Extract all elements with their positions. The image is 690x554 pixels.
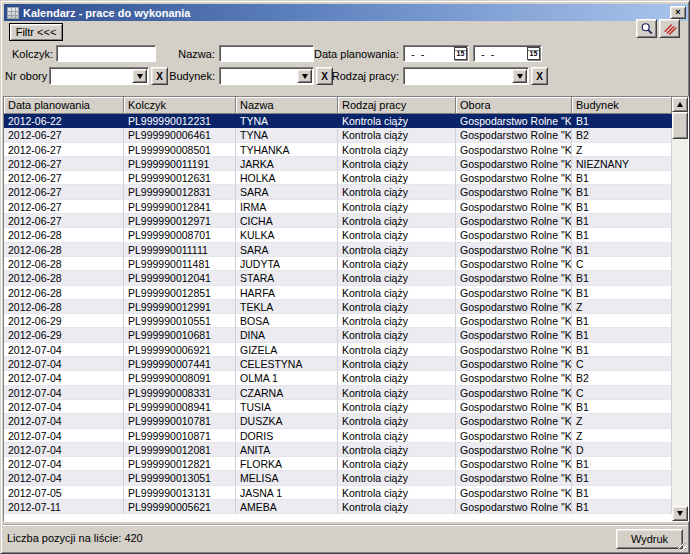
column-header[interactable]: Kolczyk	[124, 97, 236, 114]
table-cell[interactable]: Gospodarstwo Rolne "Krowa"	[456, 414, 572, 428]
table-cell[interactable]: 2012-07-04	[4, 343, 124, 357]
table-cell[interactable]: Gospodarstwo Rolne "Krowa"	[456, 300, 572, 314]
table-cell[interactable]: Gospodarstwo Rolne "Krowa"	[456, 114, 572, 128]
table-cell[interactable]: B1	[572, 228, 672, 242]
nr-obory-select[interactable]	[49, 67, 149, 85]
close-icon[interactable]: ×	[670, 6, 686, 19]
search-button[interactable]	[636, 19, 657, 38]
table-cell[interactable]: Kontrola ciąży	[338, 114, 456, 128]
filter-toggle-button[interactable]: Filtr <<<	[9, 23, 63, 41]
table-cell[interactable]: Gospodarstwo Rolne "Krowa"	[456, 386, 572, 400]
table-cell[interactable]: 2012-06-28	[4, 300, 124, 314]
table-cell[interactable]: B1	[572, 314, 672, 328]
table-cell[interactable]: HOLKA	[236, 171, 338, 185]
table-cell[interactable]: B2	[572, 371, 672, 385]
table-row[interactable]: 2012-06-28PL999990011111SARAKontrola cią…	[4, 243, 672, 257]
table-cell[interactable]: KULKA	[236, 228, 338, 242]
table-cell[interactable]: 2012-07-04	[4, 443, 124, 457]
table-cell[interactable]: PL999990012971	[124, 214, 236, 228]
table-cell[interactable]: Gospodarstwo Rolne "Krowa"	[456, 243, 572, 257]
table-cell[interactable]: 2012-07-05	[4, 486, 124, 500]
table-cell[interactable]: PL999990012231	[124, 114, 236, 128]
table-cell[interactable]: Kontrola ciąży	[338, 400, 456, 414]
scroll-down-icon[interactable]	[672, 506, 688, 521]
table-cell[interactable]: 2012-07-04	[4, 414, 124, 428]
table-cell[interactable]: B1	[572, 114, 672, 128]
table-cell[interactable]: Z	[572, 300, 672, 314]
table-cell[interactable]: Gospodarstwo Rolne "Krowa"	[456, 486, 572, 500]
table-row[interactable]: 2012-06-28PL999990011481JUDYTAKontrola c…	[4, 257, 672, 271]
date-to-field[interactable]: - - 15	[473, 45, 542, 62]
table-cell[interactable]: Gospodarstwo Rolne "Krowa"	[456, 157, 572, 171]
table-cell[interactable]: Kontrola ciąży	[338, 286, 456, 300]
table-cell[interactable]: Z	[572, 414, 672, 428]
table-row[interactable]: 2012-06-28PL999990012991TEKLAKontrola ci…	[4, 300, 672, 314]
table-cell[interactable]: PL999990012831	[124, 185, 236, 199]
table-cell[interactable]: JUDYTA	[236, 257, 338, 271]
table-cell[interactable]: 2012-06-28	[4, 286, 124, 300]
rodzaj-pracy-clear-button[interactable]: X	[531, 67, 548, 85]
table-cell[interactable]: 2012-07-04	[4, 457, 124, 471]
table-cell[interactable]: DUSZKA	[236, 414, 338, 428]
table-cell[interactable]: Kontrola ciąży	[338, 386, 456, 400]
table-cell[interactable]: 2012-07-04	[4, 371, 124, 385]
table-cell[interactable]: SARA	[236, 243, 338, 257]
column-header[interactable]: Nazwa	[236, 97, 338, 114]
date-from-field[interactable]: - - 15	[403, 45, 469, 62]
table-cell[interactable]: Z	[572, 143, 672, 157]
kolczyk-input[interactable]	[56, 45, 156, 62]
table-cell[interactable]: B1	[572, 457, 672, 471]
table-cell[interactable]: PL999990008091	[124, 371, 236, 385]
table-cell[interactable]: AMEBA	[236, 500, 338, 514]
table-cell[interactable]: 2012-06-27	[4, 143, 124, 157]
table-row[interactable]: 2012-06-28PL999990008701KULKAKontrola ci…	[4, 228, 672, 242]
table-cell[interactable]: B1	[572, 343, 672, 357]
table-cell[interactable]: Gospodarstwo Rolne "Krowa"	[456, 200, 572, 214]
table-cell[interactable]: DORIS	[236, 429, 338, 443]
table-row[interactable]: 2012-07-04PL999990008941TUSIAKontrola ci…	[4, 400, 672, 414]
table-cell[interactable]: Gospodarstwo Rolne "Krowa"	[456, 143, 572, 157]
table-cell[interactable]: JASNA 1	[236, 486, 338, 500]
table-cell[interactable]: 2012-07-04	[4, 386, 124, 400]
table-cell[interactable]: Gospodarstwo Rolne "Krowa"	[456, 214, 572, 228]
table-cell[interactable]: Kontrola ciąży	[338, 486, 456, 500]
table-cell[interactable]: TYHANKA	[236, 143, 338, 157]
table-cell[interactable]: Kontrola ciąży	[338, 185, 456, 199]
table-cell[interactable]: PL999990007441	[124, 357, 236, 371]
column-header[interactable]: Budynek	[572, 97, 672, 114]
table-row[interactable]: 2012-06-27PL999990006461TYNAKontrola cią…	[4, 128, 672, 142]
column-header[interactable]: Rodzaj pracy	[338, 97, 456, 114]
table-cell[interactable]: Gospodarstwo Rolne "Krowa"	[456, 443, 572, 457]
table-cell[interactable]: Gospodarstwo Rolne "Krowa"	[456, 400, 572, 414]
table-cell[interactable]: B1	[572, 486, 672, 500]
table-cell[interactable]: Gospodarstwo Rolne "Krowa"	[456, 471, 572, 485]
table-cell[interactable]: Kontrola ciąży	[338, 314, 456, 328]
table-cell[interactable]: B1	[572, 471, 672, 485]
table-cell[interactable]: PL999990011111	[124, 243, 236, 257]
table-cell[interactable]: B1	[572, 171, 672, 185]
table-cell[interactable]: Gospodarstwo Rolne "Krowa"	[456, 314, 572, 328]
calendar-icon[interactable]: 15	[527, 47, 540, 60]
table-cell[interactable]: Kontrola ciąży	[338, 471, 456, 485]
column-header[interactable]: Data planowania	[4, 97, 124, 114]
table-cell[interactable]: TEKLA	[236, 300, 338, 314]
table-row[interactable]: 2012-07-04PL999990008331CZARNAKontrola c…	[4, 386, 672, 400]
table-row[interactable]: 2012-06-27PL999990012631HOLKAKontrola ci…	[4, 171, 672, 185]
table-cell[interactable]: 2012-06-29	[4, 328, 124, 342]
title-bar[interactable]: Kalendarz - prace do wykonania ×	[4, 4, 688, 21]
table-cell[interactable]: PL999990012041	[124, 271, 236, 285]
table-cell[interactable]: Gospodarstwo Rolne "Krowa"	[456, 228, 572, 242]
table-row[interactable]: 2012-07-04PL999990008091OLMA 1Kontrola c…	[4, 371, 672, 385]
table-row[interactable]: 2012-06-27PL999990011191JARKAKontrola ci…	[4, 157, 672, 171]
table-cell[interactable]: JARKA	[236, 157, 338, 171]
table-cell[interactable]: PL999990012631	[124, 171, 236, 185]
table-cell[interactable]: Kontrola ciąży	[338, 200, 456, 214]
table-cell[interactable]: BOSA	[236, 314, 338, 328]
table-cell[interactable]: Kontrola ciąży	[338, 328, 456, 342]
table-row[interactable]: 2012-07-04PL999990012081ANITAKontrola ci…	[4, 443, 672, 457]
table-cell[interactable]: NIEZNANY	[572, 157, 672, 171]
table-cell[interactable]: GIZELA	[236, 343, 338, 357]
table-cell[interactable]: Kontrola ciąży	[338, 457, 456, 471]
table-row[interactable]: 2012-06-22PL999990012231TYNAKontrola cią…	[4, 114, 672, 128]
table-cell[interactable]: Gospodarstwo Rolne "Krowa"	[456, 171, 572, 185]
